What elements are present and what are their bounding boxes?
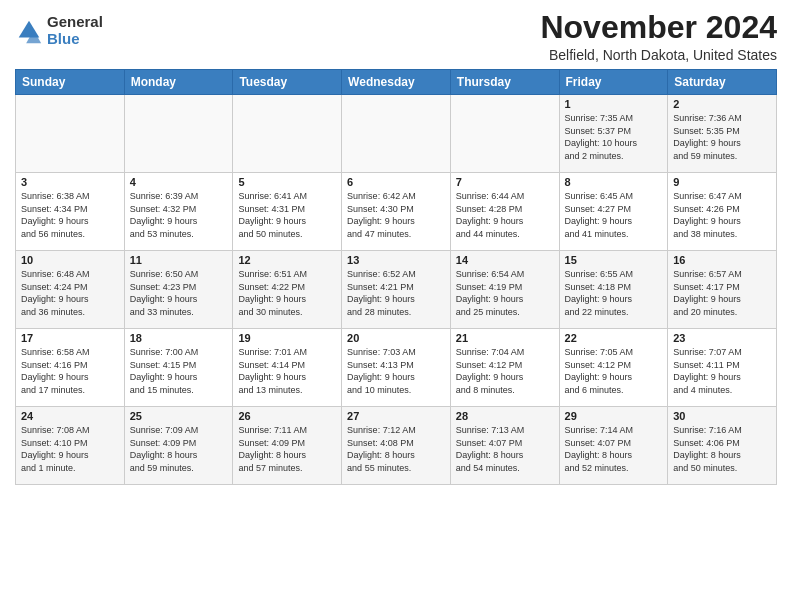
table-row: 28Sunrise: 7:13 AM Sunset: 4:07 PM Dayli… [450, 407, 559, 485]
location-subtitle: Belfield, North Dakota, United States [540, 47, 777, 63]
table-row: 15Sunrise: 6:55 AM Sunset: 4:18 PM Dayli… [559, 251, 668, 329]
table-row: 30Sunrise: 7:16 AM Sunset: 4:06 PM Dayli… [668, 407, 777, 485]
calendar-week-2: 3Sunrise: 6:38 AM Sunset: 4:34 PM Daylig… [16, 173, 777, 251]
day-info: Sunrise: 6:41 AM Sunset: 4:31 PM Dayligh… [238, 190, 336, 240]
day-info: Sunrise: 6:54 AM Sunset: 4:19 PM Dayligh… [456, 268, 554, 318]
day-info: Sunrise: 7:36 AM Sunset: 5:35 PM Dayligh… [673, 112, 771, 162]
table-row: 4Sunrise: 6:39 AM Sunset: 4:32 PM Daylig… [124, 173, 233, 251]
table-row: 3Sunrise: 6:38 AM Sunset: 4:34 PM Daylig… [16, 173, 125, 251]
day-info: Sunrise: 6:48 AM Sunset: 4:24 PM Dayligh… [21, 268, 119, 318]
title-area: November 2024 Belfield, North Dakota, Un… [540, 10, 777, 63]
table-row: 8Sunrise: 6:45 AM Sunset: 4:27 PM Daylig… [559, 173, 668, 251]
table-row: 13Sunrise: 6:52 AM Sunset: 4:21 PM Dayli… [342, 251, 451, 329]
table-row: 6Sunrise: 6:42 AM Sunset: 4:30 PM Daylig… [342, 173, 451, 251]
day-number: 5 [238, 176, 336, 188]
day-info: Sunrise: 7:08 AM Sunset: 4:10 PM Dayligh… [21, 424, 119, 474]
month-title: November 2024 [540, 10, 777, 45]
day-number: 24 [21, 410, 119, 422]
table-row: 19Sunrise: 7:01 AM Sunset: 4:14 PM Dayli… [233, 329, 342, 407]
day-info: Sunrise: 6:57 AM Sunset: 4:17 PM Dayligh… [673, 268, 771, 318]
day-number: 3 [21, 176, 119, 188]
day-info: Sunrise: 7:16 AM Sunset: 4:06 PM Dayligh… [673, 424, 771, 474]
day-info: Sunrise: 6:45 AM Sunset: 4:27 PM Dayligh… [565, 190, 663, 240]
calendar-week-3: 10Sunrise: 6:48 AM Sunset: 4:24 PM Dayli… [16, 251, 777, 329]
day-info: Sunrise: 6:51 AM Sunset: 4:22 PM Dayligh… [238, 268, 336, 318]
day-info: Sunrise: 6:39 AM Sunset: 4:32 PM Dayligh… [130, 190, 228, 240]
day-number: 7 [456, 176, 554, 188]
logo-blue-text: Blue [47, 31, 103, 48]
table-row: 29Sunrise: 7:14 AM Sunset: 4:07 PM Dayli… [559, 407, 668, 485]
table-row: 25Sunrise: 7:09 AM Sunset: 4:09 PM Dayli… [124, 407, 233, 485]
table-row: 9Sunrise: 6:47 AM Sunset: 4:26 PM Daylig… [668, 173, 777, 251]
day-number: 10 [21, 254, 119, 266]
day-number: 21 [456, 332, 554, 344]
day-info: Sunrise: 7:13 AM Sunset: 4:07 PM Dayligh… [456, 424, 554, 474]
day-info: Sunrise: 6:38 AM Sunset: 4:34 PM Dayligh… [21, 190, 119, 240]
table-row: 16Sunrise: 6:57 AM Sunset: 4:17 PM Dayli… [668, 251, 777, 329]
table-row: 10Sunrise: 6:48 AM Sunset: 4:24 PM Dayli… [16, 251, 125, 329]
header: General Blue November 2024 Belfield, Nor… [15, 10, 777, 63]
table-row: 20Sunrise: 7:03 AM Sunset: 4:13 PM Dayli… [342, 329, 451, 407]
logo-general-text: General [47, 14, 103, 31]
table-row [450, 95, 559, 173]
table-row: 7Sunrise: 6:44 AM Sunset: 4:28 PM Daylig… [450, 173, 559, 251]
table-row: 24Sunrise: 7:08 AM Sunset: 4:10 PM Dayli… [16, 407, 125, 485]
day-number: 14 [456, 254, 554, 266]
table-row: 14Sunrise: 6:54 AM Sunset: 4:19 PM Dayli… [450, 251, 559, 329]
col-sunday: Sunday [16, 70, 125, 95]
day-info: Sunrise: 6:47 AM Sunset: 4:26 PM Dayligh… [673, 190, 771, 240]
calendar-table: Sunday Monday Tuesday Wednesday Thursday… [15, 69, 777, 485]
table-row: 12Sunrise: 6:51 AM Sunset: 4:22 PM Dayli… [233, 251, 342, 329]
col-tuesday: Tuesday [233, 70, 342, 95]
col-saturday: Saturday [668, 70, 777, 95]
table-row: 22Sunrise: 7:05 AM Sunset: 4:12 PM Dayli… [559, 329, 668, 407]
day-info: Sunrise: 7:14 AM Sunset: 4:07 PM Dayligh… [565, 424, 663, 474]
calendar-week-5: 24Sunrise: 7:08 AM Sunset: 4:10 PM Dayli… [16, 407, 777, 485]
table-row: 11Sunrise: 6:50 AM Sunset: 4:23 PM Dayli… [124, 251, 233, 329]
day-info: Sunrise: 6:55 AM Sunset: 4:18 PM Dayligh… [565, 268, 663, 318]
day-info: Sunrise: 7:35 AM Sunset: 5:37 PM Dayligh… [565, 112, 663, 162]
table-row: 1Sunrise: 7:35 AM Sunset: 5:37 PM Daylig… [559, 95, 668, 173]
col-monday: Monday [124, 70, 233, 95]
day-info: Sunrise: 7:07 AM Sunset: 4:11 PM Dayligh… [673, 346, 771, 396]
day-number: 25 [130, 410, 228, 422]
day-number: 27 [347, 410, 445, 422]
day-number: 23 [673, 332, 771, 344]
day-number: 13 [347, 254, 445, 266]
day-number: 4 [130, 176, 228, 188]
col-thursday: Thursday [450, 70, 559, 95]
table-row: 5Sunrise: 6:41 AM Sunset: 4:31 PM Daylig… [233, 173, 342, 251]
day-number: 18 [130, 332, 228, 344]
day-info: Sunrise: 7:03 AM Sunset: 4:13 PM Dayligh… [347, 346, 445, 396]
table-row: 2Sunrise: 7:36 AM Sunset: 5:35 PM Daylig… [668, 95, 777, 173]
day-info: Sunrise: 7:04 AM Sunset: 4:12 PM Dayligh… [456, 346, 554, 396]
col-wednesday: Wednesday [342, 70, 451, 95]
calendar-week-1: 1Sunrise: 7:35 AM Sunset: 5:37 PM Daylig… [16, 95, 777, 173]
day-info: Sunrise: 7:09 AM Sunset: 4:09 PM Dayligh… [130, 424, 228, 474]
day-number: 15 [565, 254, 663, 266]
day-info: Sunrise: 6:42 AM Sunset: 4:30 PM Dayligh… [347, 190, 445, 240]
day-info: Sunrise: 7:00 AM Sunset: 4:15 PM Dayligh… [130, 346, 228, 396]
day-number: 20 [347, 332, 445, 344]
day-info: Sunrise: 7:12 AM Sunset: 4:08 PM Dayligh… [347, 424, 445, 474]
day-info: Sunrise: 6:58 AM Sunset: 4:16 PM Dayligh… [21, 346, 119, 396]
table-row [124, 95, 233, 173]
day-number: 11 [130, 254, 228, 266]
table-row [342, 95, 451, 173]
day-number: 6 [347, 176, 445, 188]
calendar-week-4: 17Sunrise: 6:58 AM Sunset: 4:16 PM Dayli… [16, 329, 777, 407]
table-row: 18Sunrise: 7:00 AM Sunset: 4:15 PM Dayli… [124, 329, 233, 407]
col-friday: Friday [559, 70, 668, 95]
day-number: 19 [238, 332, 336, 344]
table-row: 27Sunrise: 7:12 AM Sunset: 4:08 PM Dayli… [342, 407, 451, 485]
day-number: 12 [238, 254, 336, 266]
day-number: 30 [673, 410, 771, 422]
day-number: 16 [673, 254, 771, 266]
table-row [16, 95, 125, 173]
day-number: 26 [238, 410, 336, 422]
table-row: 23Sunrise: 7:07 AM Sunset: 4:11 PM Dayli… [668, 329, 777, 407]
table-row: 21Sunrise: 7:04 AM Sunset: 4:12 PM Dayli… [450, 329, 559, 407]
table-row: 17Sunrise: 6:58 AM Sunset: 4:16 PM Dayli… [16, 329, 125, 407]
logo: General Blue [15, 14, 103, 47]
day-info: Sunrise: 7:11 AM Sunset: 4:09 PM Dayligh… [238, 424, 336, 474]
